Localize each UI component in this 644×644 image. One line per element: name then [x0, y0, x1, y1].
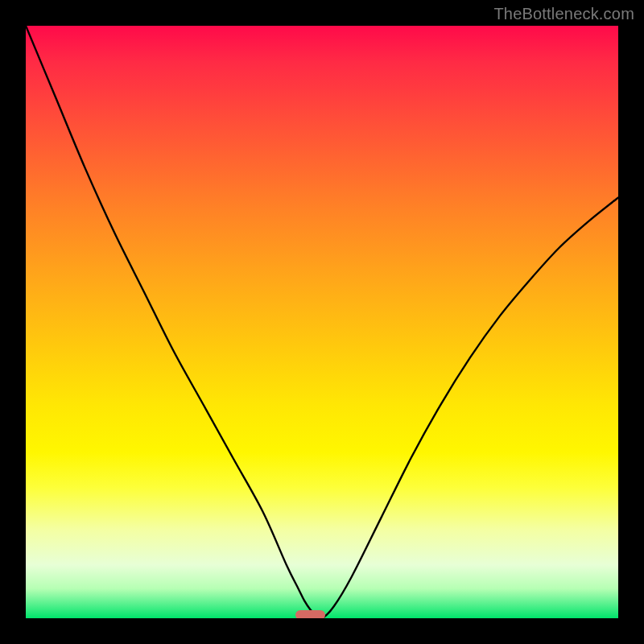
chart-frame: TheBottleneck.com [0, 0, 644, 644]
bottleneck-curve [26, 26, 618, 618]
plot-area [26, 26, 618, 618]
watermark-text: TheBottleneck.com [493, 5, 634, 23]
optimal-marker [295, 610, 325, 618]
